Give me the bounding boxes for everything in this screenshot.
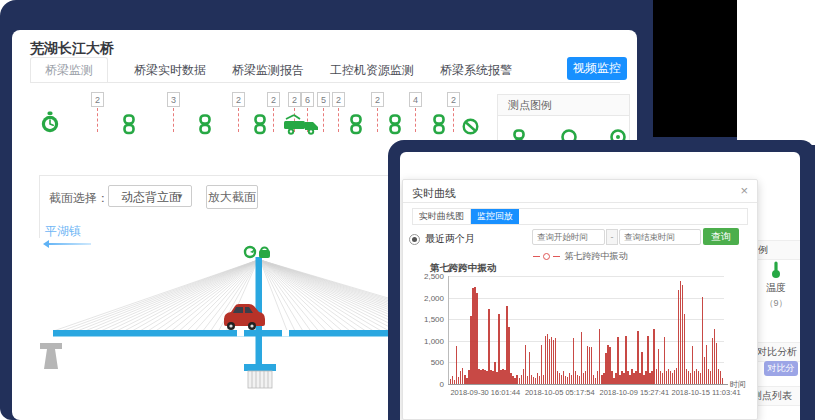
sensor-count-badge: 2 [447,92,460,107]
main-tab-bar: 桥梁监测桥梁实时数据桥梁监测报告工控机资源监测桥梁系统报警 [30,57,512,83]
close-icon[interactable]: × [740,183,748,198]
y-axis-tick-label: 0 [418,380,444,389]
radio-selected-icon[interactable] [409,234,420,245]
main-tab[interactable]: 工控机资源监测 [330,58,414,83]
main-tab[interactable]: 桥梁监测报告 [232,58,304,83]
deck-gap-left [237,330,244,337]
center-pier-column [248,371,272,388]
front-window-content: 图例 温度 （9） 对比分析 对比分析 测点列表 实时曲线 × [400,152,800,420]
section-controls-panel: 截面选择： 动态背立面 ▼ 放大截面 [39,175,395,238]
x-axis-tick-label: 2018-10-05 05:17:54 [520,388,600,397]
modal-tab[interactable]: 监控回放 [471,209,519,224]
realtime-curve-modal: 实时曲线 × 实时曲线图监控回放 最近两个月 - 查询 第七跨跨中振动 [402,179,758,420]
sensor-dash-line [338,108,339,132]
modal-tab[interactable]: 实时曲线图 [413,209,471,224]
y-axis-tick-label: 2,000 [418,294,444,303]
bridge-diagram [37,245,402,405]
lock-icon [259,250,270,258]
sensor-dash-line [173,108,174,132]
center-pier-cap [244,364,276,371]
legend-label: 第七跨跨中振动 [565,250,628,263]
video-monitor-button[interactable]: 视频监控 [567,57,627,80]
main-tab[interactable]: 桥梁系统报警 [440,58,512,83]
sensor-count-badge: 2 [232,92,245,107]
legend-panel-title: 测点图例 [498,95,629,116]
temperature-count: （9） [752,297,800,310]
front-window-frame: 图例 温度 （9） 对比分析 对比分析 测点列表 实时曲线 × [388,140,815,420]
link-icon[interactable] [433,114,445,139]
sensor-count-badge: 2 [332,92,345,107]
section-select-dropdown[interactable]: 动态背立面 ▼ [108,185,192,207]
range-separator: - [606,229,618,245]
y-axis-tick-label: 1,000 [418,337,444,346]
sensor-dash-line [238,108,239,132]
legend-line-right [553,256,560,257]
sensor-count-badge: 6 [301,92,314,107]
sensor-dash-line [273,108,274,132]
sensor-count-badge: 2 [288,92,301,107]
modal-title: 实时曲线 [412,186,456,201]
x-axis-tick-label: 2018-09-30 16:01:44 [445,388,525,397]
sensor-dash-line [323,108,324,132]
recent-range-radio-row[interactable]: 最近两个月 [409,232,475,246]
y-axis-tick-label: 1,500 [418,315,444,324]
desktop-background: 芜湖长江大桥 桥梁监测桥梁实时数据桥梁监测报告工控机资源监测桥梁系统报警 视频监… [0,0,815,420]
sensor-dash-line [377,108,378,132]
x-axis-tick-label: 2018-10-09 15:27:41 [594,388,674,397]
modal-header-divider [403,202,757,203]
legend-circle-marker [543,253,550,260]
sensor-count-badge: 2 [371,92,384,107]
sensor-dash-line [415,108,416,132]
sensor-count-badge: 2 [267,92,280,107]
tab-underline [30,82,620,83]
direction-label: 平湖镇 [45,223,81,240]
sensor-count-badge: 5 [317,92,330,107]
modal-tab-strip: 实时曲线图监控回放 [412,208,748,225]
zoom-section-button[interactable]: 放大截面 [206,185,258,209]
tower-top-sensor-icons[interactable] [245,247,270,258]
temperature-label: 温度 [752,281,800,295]
chevron-down-icon: ▼ [176,186,184,208]
link-icon[interactable] [389,114,401,139]
query-start-time-input[interactable] [532,229,605,245]
query-button[interactable]: 查询 [703,228,739,245]
bridge-deck [53,330,402,337]
sensor-count-badge: 3 [167,92,180,107]
clock-icon[interactable] [40,111,60,138]
left-pier [40,343,62,369]
sensor-count-badge: 2 [91,92,104,107]
section-select-value: 动态背立面 [121,190,181,204]
sensor-dash-line [97,108,98,132]
y-axis-tick-label: 2,500 [418,272,444,281]
thermometer-icon [769,260,783,279]
link-icon[interactable] [123,114,135,139]
main-tab[interactable]: 桥梁监测 [30,57,108,83]
link-icon[interactable] [254,114,266,139]
x-axis-line [448,384,728,385]
temperature-sensor-item[interactable]: 温度 （9） [752,260,800,310]
page-title: 芜湖长江大桥 [30,40,114,58]
white-backdrop [737,0,815,145]
compare-analysis-button[interactable]: 对比分析 [764,361,798,376]
query-end-time-input[interactable] [619,229,701,245]
deck-gap-right [282,330,289,337]
radio-label: 最近两个月 [425,232,475,246]
black-backdrop [653,0,737,137]
main-tab[interactable]: 桥梁实时数据 [134,58,206,83]
link-icon[interactable] [199,114,211,139]
sensor-dash-line [453,108,454,132]
sensor-count-badge: 4 [409,92,422,107]
x-axis-name: 时间 [730,379,754,390]
legend-line-left [533,256,540,257]
y-axis-tick-label: 500 [418,358,444,367]
link-icon[interactable] [350,114,362,139]
truck-icon[interactable] [282,113,320,140]
chart-bars [448,276,724,384]
noentry-icon[interactable] [462,118,479,139]
section-select-label: 截面选择： [49,190,109,207]
